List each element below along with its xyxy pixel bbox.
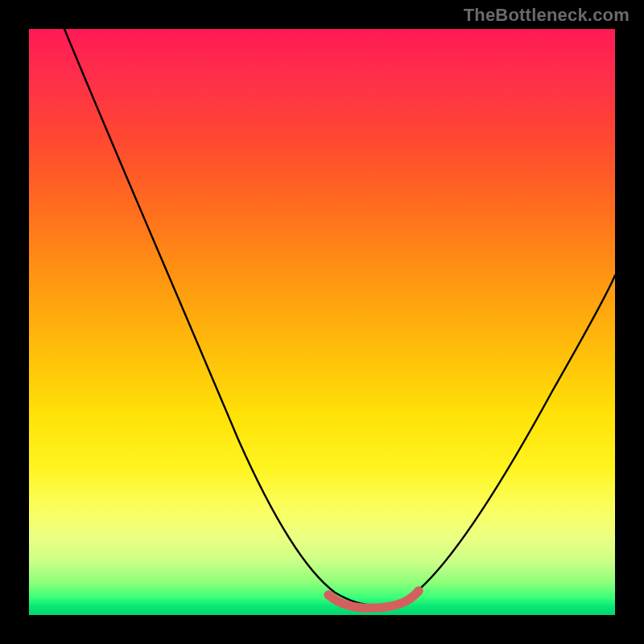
curve-layer (29, 29, 615, 615)
plot-area (29, 29, 615, 615)
highlight-start-dot-icon (324, 591, 333, 600)
attribution-label: TheBottleneck.com (464, 5, 630, 26)
flat-bottom-highlight (328, 591, 419, 608)
chart-frame: TheBottleneck.com (0, 0, 644, 644)
highlight-end-dot-icon (415, 587, 423, 596)
bottleneck-curve (64, 29, 615, 605)
